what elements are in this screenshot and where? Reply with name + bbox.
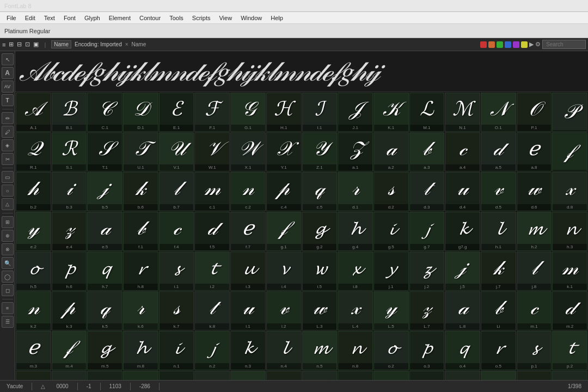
glyph-cell[interactable]: 𝓽p.2 xyxy=(552,331,587,370)
glyph-cell[interactable]: ℯm.3 xyxy=(16,331,51,370)
glyph-cell[interactable]: 𝔂q.1 xyxy=(159,371,194,380)
glyph-cell[interactable]: 𝓇k.6 xyxy=(123,291,158,330)
glyph-cell[interactable]: 𝒞C.1 xyxy=(87,93,122,132)
glyph-cell[interactable]: 𝓍d.8 xyxy=(552,172,587,211)
glyph-cell[interactable]: 𝓅 xyxy=(409,371,445,380)
glyph-cell[interactable]: 𝓀r.1 xyxy=(266,371,302,380)
glyph-cell[interactable]: 𝓍L.4 xyxy=(338,291,373,330)
glyph-cell[interactable]: 𝒻m.4 xyxy=(52,331,87,370)
glyph-cell[interactable]: 𝒩O.1 xyxy=(481,93,516,132)
glyph-cell[interactable]: 𝓱g.4 xyxy=(338,212,373,251)
color-swatch-orange[interactable] xyxy=(488,41,495,48)
glyph-cell[interactable]: 𝒥J.1 xyxy=(338,93,373,132)
tool-text[interactable]: A xyxy=(2,67,14,79)
tool-hinting[interactable]: ☰ xyxy=(2,316,14,328)
glyph-cell[interactable]: 𝓰m.5 xyxy=(87,331,122,370)
glyph-cell[interactable]: ℒM.1 xyxy=(409,93,445,132)
glyph-cell[interactable]: 𝓊d.4 xyxy=(445,172,480,211)
tool-guides[interactable]: ≡ xyxy=(2,302,14,314)
glyph-cell[interactable]: 𝒮T.1 xyxy=(87,132,122,171)
tool-component[interactable]: ⊗ xyxy=(2,243,14,255)
glyph-cell[interactable]: ℋH.1 xyxy=(266,93,302,132)
glyph-cell[interactable]: 𝓽i.2 xyxy=(194,252,230,291)
color-swatch-blue[interactable] xyxy=(505,41,511,48)
glyph-cell[interactable]: 𝒲X.1 xyxy=(230,132,266,171)
glyph-cell[interactable]: ℯf.7 xyxy=(230,212,266,251)
menu-item-window[interactable]: Window xyxy=(236,14,266,22)
glyph-cell[interactable]: 𝓶n.5 xyxy=(302,331,338,370)
glyph-cell[interactable]: 𝔀p.5 xyxy=(87,371,122,380)
glyph-cell[interactable]: 𝓳n.2 xyxy=(194,331,230,370)
glyph-cell[interactable]: 𝒵a.1 xyxy=(338,132,373,171)
color-swatch-purple[interactable] xyxy=(513,41,519,48)
glyph-cell[interactable]: 𝓳g.7 xyxy=(409,212,445,251)
glyph-cell[interactable]: 𝓷n.8 xyxy=(338,331,373,370)
tool-ellipse[interactable]: ○ xyxy=(2,185,14,197)
menu-item-file[interactable]: File xyxy=(2,14,21,22)
menu-item-view[interactable]: View xyxy=(215,14,236,22)
glyph-cell[interactable]: 𝓈 xyxy=(517,371,552,380)
view-icon-grid-sm[interactable]: ⊞ xyxy=(9,41,14,48)
glyph-cell[interactable]: ℰE.1 xyxy=(159,93,194,132)
menu-item-help[interactable]: Help xyxy=(266,14,287,22)
glyph-cell[interactable]: 𝓅c.4 xyxy=(266,172,302,211)
glyph-cell[interactable]: 𝓁r.2 xyxy=(302,371,338,380)
glyph-cell[interactable]: 𝓂 xyxy=(338,371,373,380)
glyph-cell[interactable]: 𝓃 xyxy=(373,371,409,380)
glyph-cell[interactable]: 𝒻 xyxy=(552,132,587,171)
color-swatch-yellow[interactable] xyxy=(521,41,528,48)
glyph-cell[interactable]: 𝒬R.1 xyxy=(16,132,51,171)
tool-zoom[interactable]: 🔍 xyxy=(2,257,14,269)
glyph-cell[interactable]: 𝓇d.1 xyxy=(338,172,373,211)
glyph-cell[interactable]: 𝓲n.1 xyxy=(159,331,194,370)
glyph-cell[interactable]: 𝓎L.5 xyxy=(373,291,409,330)
glyph-cell[interactable]: ℬB.1 xyxy=(52,93,87,132)
glyph-cell[interactable]: 𝒰V.1 xyxy=(159,132,194,171)
glyph-cell[interactable]: 𝒷Li xyxy=(481,291,516,330)
glyph-cell[interactable]: 𝒢G.1 xyxy=(230,93,266,132)
glyph-cell[interactable]: 𝒿q.5 xyxy=(230,371,266,380)
glyph-cell[interactable]: 𝒷a.3 xyxy=(409,132,445,171)
view-icon-grid-lg[interactable]: ⊟ xyxy=(17,41,22,48)
glyph-cell[interactable]: 𝓏L.7 xyxy=(409,291,445,330)
glyph-cell[interactable]: 𝓺h.7 xyxy=(87,252,122,291)
name-label2[interactable]: Name xyxy=(132,41,146,47)
glyph-cell[interactable]: 𝓻h.8 xyxy=(123,252,158,291)
menu-item-tools[interactable]: Tools xyxy=(165,14,188,22)
glyph-cell[interactable]: 𝓲g.5 xyxy=(373,212,409,251)
tool-measure[interactable]: ⊞ xyxy=(2,216,14,228)
glyph-cell[interactable]: 𝓱m.8 xyxy=(123,331,158,370)
glyph-cell[interactable]: 𝓸o.2 xyxy=(373,331,409,370)
glyph-cell[interactable]: 𝒸f.4 xyxy=(159,212,194,251)
color-swatch-red[interactable] xyxy=(480,41,487,48)
glyph-cell[interactable]: 𝓹o.3 xyxy=(409,331,445,370)
glyph-cell[interactable]: 𝒪P.1 xyxy=(517,93,552,132)
menu-item-text[interactable]: Text xyxy=(40,14,59,22)
glyph-cell[interactable]: 𝔁p.7 xyxy=(123,371,158,380)
glyph-cell[interactable]: 𝓈d.2 xyxy=(373,172,409,211)
glyph-cell[interactable]: 𝓈k.7 xyxy=(159,291,194,330)
tool-select[interactable]: ↖ xyxy=(2,53,14,65)
glyph-cell[interactable]: 𝓆 xyxy=(445,371,480,380)
glyph-cell[interactable]: 𝔂j.1 xyxy=(373,252,409,291)
glyph-cell[interactable]: 𝓵h.1 xyxy=(481,212,516,251)
tool-kerning[interactable]: AV xyxy=(2,81,14,93)
glyph-cell[interactable]: ℛS.1 xyxy=(52,132,87,171)
glyph-cell[interactable]: 𝓷h.3 xyxy=(552,212,587,251)
glyph-cell[interactable]: 𝔁i.8 xyxy=(338,252,373,291)
glyph-cell[interactable]: 𝓰g.2 xyxy=(302,212,338,251)
glyph-cell[interactable]: 𝓿i.4 xyxy=(266,252,302,291)
glyph-cell[interactable]: 𝓌d.6 xyxy=(517,172,552,211)
glyph-cell[interactable]: 𝒹f.5 xyxy=(194,212,230,251)
glyph-cell[interactable]: 𝓶h.2 xyxy=(517,212,552,251)
glyph-cell[interactable]: 𝓼i.1 xyxy=(159,252,194,291)
glyph-cell[interactable]: 𝔃j.2 xyxy=(409,252,445,291)
tool-contour[interactable]: ◯ xyxy=(2,271,14,283)
glyph-cell[interactable]: 𝓂c.1 xyxy=(194,172,230,211)
glyph-cell[interactable]: 𝒾b.3 xyxy=(52,172,87,211)
glyph-cell[interactable]: 𝓹h.6 xyxy=(52,252,87,291)
glyph-cell[interactable]: 𝓉d.3 xyxy=(409,172,445,211)
glyph-cell[interactable]: 𝒳Y.1 xyxy=(266,132,302,171)
glyph-cell[interactable]: 𝒻g.1 xyxy=(266,212,302,251)
glyph-cell[interactable]: 𝓋d.5 xyxy=(481,172,516,211)
